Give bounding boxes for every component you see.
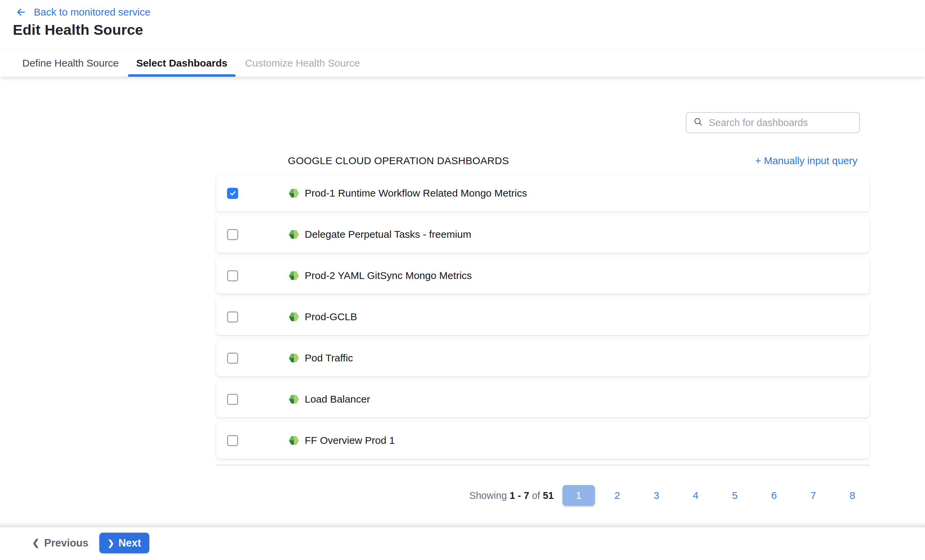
dashboard-label: Prod-2 YAML GitSync Mongo Metrics bbox=[305, 270, 472, 282]
dashboard-hexagon-icon bbox=[288, 435, 300, 446]
dashboard-row[interactable]: Prod-2 YAML GitSync Mongo Metrics bbox=[216, 257, 869, 294]
dashboard-checkbox[interactable] bbox=[227, 270, 238, 282]
dashboard-checkbox[interactable] bbox=[227, 435, 238, 446]
chevron-right-icon: ❯ bbox=[107, 538, 114, 548]
search-input[interactable] bbox=[709, 117, 853, 128]
dashboard-checkbox[interactable] bbox=[227, 394, 238, 405]
dashboard-label: Prod-GCLB bbox=[305, 311, 357, 322]
page-title: Edit Health Source bbox=[13, 22, 143, 38]
chevron-left-icon: ❮ bbox=[32, 538, 39, 548]
page-button-1[interactable]: 1 bbox=[562, 485, 595, 506]
tab-select-dashboards[interactable]: Select Dashboards bbox=[127, 50, 236, 77]
dashboard-hexagon-icon bbox=[288, 270, 300, 282]
dashboard-row[interactable]: FF Overview Prod 1 bbox=[216, 422, 869, 459]
dashboard-label: Delegate Perpetual Tasks - freemium bbox=[305, 229, 471, 240]
dashboard-row[interactable]: Delegate Perpetual Tasks - freemium bbox=[216, 216, 869, 253]
pagination: Showing 1 - 7 of 51 1 2 3 4 5 6 7 8 bbox=[216, 485, 869, 506]
next-button[interactable]: ❯ Next bbox=[99, 533, 149, 553]
page-button-6[interactable]: 6 bbox=[757, 485, 791, 506]
previous-button[interactable]: ❮ Previous bbox=[32, 533, 89, 553]
page-button-8[interactable]: 8 bbox=[836, 485, 869, 506]
pagination-total: 51 bbox=[543, 490, 554, 501]
dashboard-row[interactable]: Prod-1 Runtime Workflow Related Mongo Me… bbox=[216, 175, 869, 211]
dashboard-label: Load Balancer bbox=[305, 393, 370, 405]
page-header: Back to monitored service Edit Health So… bbox=[0, 0, 925, 49]
dashboard-hexagon-icon bbox=[288, 187, 300, 199]
dashboard-label: FF Overview Prod 1 bbox=[305, 435, 395, 446]
dashboard-checkbox[interactable] bbox=[227, 312, 238, 322]
page-button-2[interactable]: 2 bbox=[600, 485, 634, 506]
dashboard-checkbox[interactable] bbox=[227, 229, 238, 240]
pagination-range: 1 - 7 bbox=[509, 490, 529, 501]
tab-customize-health-source[interactable]: Customize Health Source bbox=[236, 50, 369, 77]
dashboard-hexagon-icon bbox=[288, 311, 300, 322]
page-button-3[interactable]: 3 bbox=[640, 485, 673, 506]
back-link-label: Back to monitored service bbox=[34, 6, 150, 18]
list-bottom-divider bbox=[216, 465, 869, 465]
dashboard-checkbox[interactable] bbox=[227, 352, 238, 364]
section-header-row: GOOGLE CLOUD OPERATION DASHBOARDS + Manu… bbox=[288, 150, 857, 171]
back-arrow-icon bbox=[14, 7, 28, 18]
manually-input-query-link[interactable]: + Manually input query bbox=[755, 155, 857, 167]
dashboard-hexagon-icon bbox=[288, 393, 300, 405]
dashboard-label: Pod Traffic bbox=[305, 352, 353, 364]
page-button-4[interactable]: 4 bbox=[679, 485, 713, 506]
check-icon bbox=[229, 190, 237, 197]
back-to-monitored-service-link[interactable]: Back to monitored service bbox=[14, 5, 150, 20]
dashboard-checkbox[interactable] bbox=[227, 188, 238, 199]
dashboard-row[interactable]: Pod Traffic bbox=[216, 340, 869, 376]
page-button-7[interactable]: 7 bbox=[796, 485, 830, 506]
search-icon bbox=[693, 117, 704, 128]
pagination-summary: Showing 1 - 7 of 51 bbox=[469, 490, 554, 501]
dashboard-label: Prod-1 Runtime Workflow Related Mongo Me… bbox=[305, 187, 527, 199]
dashboard-row[interactable]: Prod-GCLB bbox=[216, 298, 869, 335]
dashboard-list: Prod-1 Runtime Workflow Related Mongo Me… bbox=[216, 175, 869, 465]
dashboard-search bbox=[686, 112, 860, 133]
dashboard-row[interactable]: Load Balancer bbox=[216, 381, 869, 417]
page-button-5[interactable]: 5 bbox=[718, 485, 752, 506]
dashboard-hexagon-icon bbox=[288, 352, 300, 364]
footer-bar: ❮ Previous ❯ Next bbox=[0, 527, 925, 560]
tab-bar: Define Health Source Select Dashboards C… bbox=[0, 49, 925, 77]
dashboard-hexagon-icon bbox=[288, 229, 300, 240]
tab-content: GOOGLE CLOUD OPERATION DASHBOARDS + Manu… bbox=[0, 77, 925, 527]
tab-define-health-source[interactable]: Define Health Source bbox=[14, 50, 127, 77]
section-title: GOOGLE CLOUD OPERATION DASHBOARDS bbox=[288, 155, 509, 167]
